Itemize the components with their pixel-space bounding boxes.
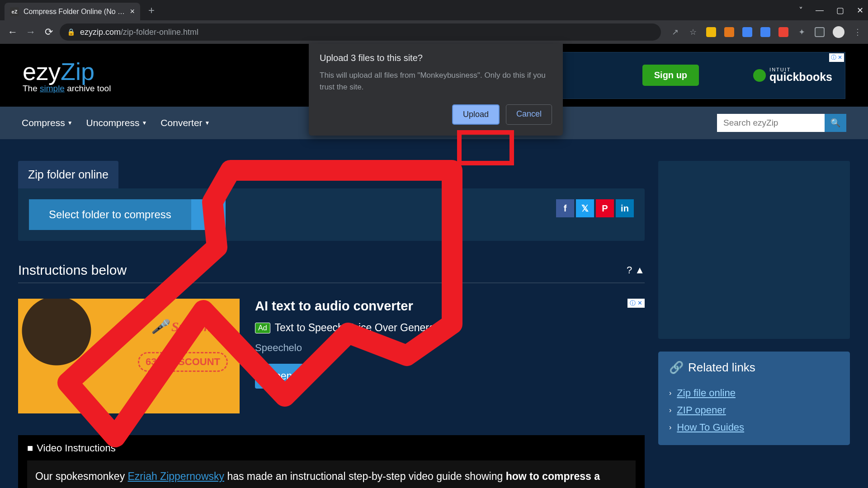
dropbox-button[interactable]: ⧈	[191, 199, 226, 230]
chevron-right-icon: ›	[669, 423, 671, 432]
extensions-icon[interactable]: ✦	[797, 27, 807, 37]
caret-down-icon: ▼	[142, 120, 147, 126]
inline-ad[interactable]: ⓘ ✕ 🎤 Speechelo 63% DISCOUNT AI text to …	[18, 299, 645, 413]
nav-converter[interactable]: Converter▼	[160, 117, 210, 128]
nav-compress[interactable]: Compress▼	[22, 117, 73, 128]
logo-text-ezy: ezy	[23, 58, 61, 85]
page-tab-heading[interactable]: Zip folder online	[18, 161, 118, 188]
extension-icon-2[interactable]	[724, 27, 734, 37]
lock-icon: 🔒	[67, 28, 75, 36]
caret-down-icon: ▼	[67, 120, 73, 126]
tab-favicon: eZ	[10, 7, 19, 16]
ad-signup-button[interactable]: Sign up	[642, 65, 699, 86]
dialog-body: This will upload all files from "Monkeyb…	[320, 70, 552, 93]
reload-button[interactable]: ⟳	[42, 26, 56, 38]
tab-bar: eZ Compress Folder Online (No limi × + ˅…	[0, 0, 868, 20]
related-link-zip-file[interactable]: Zip file online	[677, 387, 736, 399]
twitter-button[interactable]: 𝕏	[576, 199, 594, 217]
search-button[interactable]: 🔍	[825, 114, 846, 132]
forward-button[interactable]: →	[24, 26, 38, 38]
extension-icon-3[interactable]	[742, 27, 752, 37]
window-maximize-icon[interactable]: ▢	[836, 5, 844, 15]
ad-image: 🎤 Speechelo 63% DISCOUNT	[18, 299, 240, 413]
dropbox-icon: ⧈	[204, 208, 212, 222]
sidebar-ad-slot[interactable]	[658, 161, 850, 339]
browser-tab[interactable]: eZ Compress Folder Online (No limi ×	[5, 3, 140, 20]
search-input[interactable]	[717, 114, 825, 132]
video-icon: ■	[27, 442, 33, 454]
new-tab-button[interactable]: +	[148, 4, 155, 17]
related-link-zip-opener[interactable]: ZIP opener	[677, 404, 726, 416]
ad-brand-overlay: 🎤 Speechelo	[151, 319, 228, 334]
logo-tagline-simple: simple	[40, 84, 65, 93]
help-toggle[interactable]: ? ▲	[627, 264, 645, 276]
instructions-heading: Instructions below	[18, 263, 127, 278]
related-link-item: ›How To Guides	[669, 419, 839, 436]
extension-icon-6[interactable]	[815, 27, 825, 37]
logo-text-zip: Zip	[61, 58, 94, 85]
tab-title: Compress Folder Online (No limi	[24, 8, 126, 16]
chevron-right-icon: ›	[669, 389, 671, 397]
facebook-button[interactable]: f	[556, 199, 574, 217]
related-link-item: ›ZIP opener	[669, 402, 839, 419]
related-link-howto[interactable]: How To Guides	[677, 422, 744, 433]
ad-title: AI text to audio converter	[255, 299, 447, 314]
search-icon: 🔍	[830, 118, 840, 127]
url-host: ezyzip.com	[80, 28, 121, 37]
spokesmonkey-link[interactable]: Ezriah Zippernowsky	[128, 470, 224, 482]
adchoices-icon[interactable]: ⓘ ✕	[627, 299, 645, 308]
window-controls: ˅ — ▢ ✕	[799, 5, 863, 15]
related-links-title: 🔗 Related links	[669, 361, 839, 375]
back-button[interactable]: ←	[5, 26, 20, 38]
video-section-header: ■ Video Instructions	[27, 442, 636, 454]
site-search: 🔍	[717, 114, 846, 132]
action-panel: Select folder to compress ⧈ f 𝕏 P in	[18, 188, 645, 241]
related-link-item: ›Zip file online	[669, 385, 839, 402]
video-instructions-section: ■ Video Instructions Our spokesmonkey Ez…	[18, 435, 645, 488]
tab-close-icon[interactable]: ×	[130, 7, 135, 16]
adchoices-icon[interactable]: ⓘ ✕	[829, 53, 844, 62]
url-path: /zip-folder-online.html	[121, 28, 198, 37]
link-icon: 🔗	[669, 361, 684, 375]
caret-down-icon: ▼	[205, 120, 210, 126]
select-folder-button[interactable]: Select folder to compress	[29, 199, 191, 230]
dialog-title: Upload 3 files to this site?	[320, 53, 552, 63]
linkedin-button[interactable]: in	[616, 199, 634, 217]
ad-open-button[interactable]: Open	[255, 364, 304, 389]
upload-permission-dialog: Upload 3 files to this site? This will u…	[309, 44, 563, 136]
dialog-upload-button[interactable]: Upload	[452, 104, 500, 125]
window-minimize-icon[interactable]: —	[816, 5, 824, 15]
ad-discount-badge: 63% DISCOUNT	[138, 352, 228, 372]
quickbooks-circle-icon	[753, 69, 766, 82]
nav-uncompress[interactable]: Uncompress▼	[86, 117, 147, 128]
address-bar[interactable]: 🔒 ezyzip.com/zip-folder-online.html	[60, 23, 661, 41]
window-close-icon[interactable]: ✕	[857, 5, 863, 15]
ad-quickbooks-logo: INTUIT quickbooks	[753, 67, 832, 84]
browser-toolbar: ← → ⟳ 🔒 ezyzip.com/zip-folder-online.htm…	[0, 20, 868, 44]
profile-avatar[interactable]	[833, 26, 844, 38]
pinterest-button[interactable]: P	[596, 199, 614, 217]
social-share-row: f 𝕏 P in	[556, 199, 634, 230]
ad-badge: Ad	[255, 323, 270, 333]
dialog-cancel-button[interactable]: Cancel	[506, 104, 552, 125]
video-section-body: Our spokesmonkey Ezriah Zippernowsky has…	[27, 460, 636, 488]
ad-subtitle: Text to Speech Voice Over Generator	[275, 322, 447, 334]
related-links-panel: 🔗 Related links ›Zip file online ›ZIP op…	[658, 352, 850, 445]
bookmark-icon[interactable]: ☆	[688, 27, 698, 37]
extension-icon-4[interactable]	[760, 27, 770, 37]
extension-icon-1[interactable]	[706, 27, 716, 37]
ad-brand-name: Speechelo	[255, 342, 447, 354]
share-icon[interactable]: ↗	[670, 27, 680, 37]
chevron-right-icon: ›	[669, 406, 671, 414]
menu-icon[interactable]: ⋮	[853, 27, 863, 37]
site-logo[interactable]: ezyZip The simple archive tool	[23, 57, 111, 94]
window-dropdown-icon[interactable]: ˅	[799, 5, 803, 15]
extension-icon-5[interactable]	[778, 27, 788, 37]
